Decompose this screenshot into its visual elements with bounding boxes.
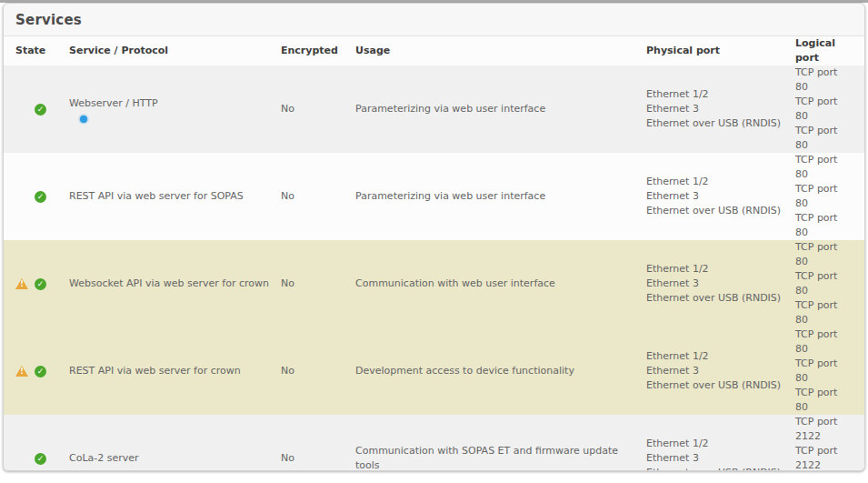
status-ok-icon: ✓ [35,191,46,203]
logical-port: TCP port 80 [795,357,852,386]
physical-port: Ethernet 1/2 [646,262,788,277]
services-table-header-row: State Service / Protocol Encrypted Usage… [4,36,864,65]
usage-value: Parameterizing via web user interface [355,189,646,204]
physical-port: Ethernet 3 [646,102,788,116]
logical-port: TCP port 80 [795,124,852,153]
physical-port-list: Ethernet 1/2 Ethernet 3 Ethernet over US… [646,262,795,306]
logical-port-list: TCP port 80 TCP port 80 TCP port 80 [795,153,859,240]
col-usage: Usage [355,44,646,58]
warning-icon: ! [15,278,28,289]
logical-port: TCP port 80 [795,95,852,124]
col-service-protocol: Service / Protocol [69,44,281,58]
service-cell: Webserver / HTTP [69,96,281,123]
physical-port-list: Ethernet 1/2 Ethernet 3 Ethernet over US… [646,175,795,218]
logical-port: TCP port 80 [795,327,852,357]
service-name: CoLa-2 server [69,451,281,466]
col-logical-port: Logical port [795,36,859,65]
state-cell: ! ✓ [15,278,69,290]
service-name: REST API via web server for crown [69,364,281,378]
services-table: State Service / Protocol Encrypted Usage… [4,36,864,471]
physical-port: Ethernet 3 [646,451,788,466]
status-ok-icon: ✓ [35,453,46,465]
physical-port: Ethernet over USB (RNDIS) [646,378,788,393]
usage-value: Communication with web user interface [355,277,646,291]
logical-port-list: TCP port 80 TCP port 80 TCP port 80 [795,65,859,153]
logical-port-list: TCP port 80 TCP port 80 TCP port 80 [795,327,859,415]
physical-port: Ethernet 1/2 [646,87,788,102]
logical-port: TCP port 80 [795,269,852,298]
logical-port-list: TCP port 80 TCP port 80 TCP port 80 [795,240,859,327]
physical-port: Ethernet 1/2 [646,349,788,364]
warning-icon: ! [15,366,28,377]
col-encrypted: Encrypted [281,44,355,58]
status-ok-icon: ✓ [35,366,46,377]
state-cell: ✓ [15,104,69,116]
status-ok-icon: ✓ [35,104,46,116]
physical-port-list: Ethernet 1/2 Ethernet 3 Ethernet over US… [646,437,795,471]
logical-port: TCP port 2122 [795,415,852,444]
service-name: Websocket API via web server for crown [69,277,281,291]
table-row: ✓ REST API via web server for SOPAS No P… [4,153,864,240]
usage-value: Parameterizing via web user interface [355,102,646,116]
usage-value: Communication with SOPAS ET and firmware… [355,444,646,471]
physical-port: Ethernet over USB (RNDIS) [646,291,788,306]
physical-port: Ethernet 1/2 [646,437,788,451]
logical-port: TCP port 80 [795,153,852,182]
physical-port: Ethernet over USB (RNDIS) [646,116,788,131]
usage-value: Development access to device functionali… [355,364,646,378]
table-row: ! ✓ REST API via web server for crown No… [4,327,864,415]
physical-port: Ethernet 3 [646,277,788,291]
physical-port-list: Ethernet 1/2 Ethernet 3 Ethernet over US… [646,349,795,393]
col-state: State [15,44,69,58]
logical-port: TCP port 80 [795,240,852,269]
status-ok-icon: ✓ [35,278,46,290]
state-cell: ✓ [15,453,69,465]
services-title: Services [15,12,82,28]
encrypted-value: No [281,451,355,466]
service-name: Webserver / HTTP [69,96,158,111]
state-cell: ! ✓ [15,366,69,377]
logical-port: TCP port 2122 [795,444,852,471]
service-name: REST API via web server for SOPAS [69,189,281,204]
focus-ring-indicator[interactable] [80,116,87,123]
table-row: ✓ Webserver / HTTP No Parameterizing via… [4,65,864,153]
logical-port-list: TCP port 2122 TCP port 2122 TCP port 212… [795,415,859,471]
physical-port: Ethernet over USB (RNDIS) [646,204,788,218]
encrypted-value: No [281,364,355,378]
physical-port: Ethernet over USB (RNDIS) [646,466,788,471]
physical-port: Ethernet 3 [646,189,788,204]
physical-port-list: Ethernet 1/2 Ethernet 3 Ethernet over US… [646,87,795,131]
logical-port: TCP port 80 [795,386,852,415]
services-section-header: Services [4,4,864,36]
col-physical-port: Physical port [646,44,795,58]
physical-port: Ethernet 3 [646,364,788,378]
logical-port: TCP port 80 [795,182,852,211]
encrypted-value: No [281,102,355,116]
encrypted-value: No [281,277,355,291]
logical-port: TCP port 80 [795,65,852,95]
logical-port: TCP port 80 [795,211,852,240]
security-overview-panel: Services State Service / Protocol Encryp… [3,3,865,471]
encrypted-value: No [281,189,355,204]
logical-port: TCP port 80 [795,298,852,327]
table-row: ! ✓ Websocket API via web server for cro… [4,240,864,327]
physical-port: Ethernet 1/2 [646,175,788,189]
state-cell: ✓ [15,191,69,203]
table-row: ✓ CoLa-2 server No Communication with SO… [4,415,864,471]
